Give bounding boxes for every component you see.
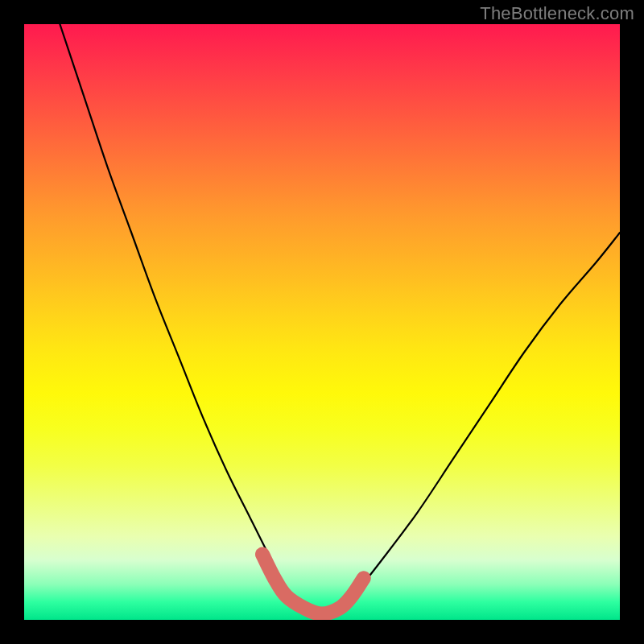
watermark-text: TheBottleneck.com (480, 3, 634, 24)
curve-overlay (24, 24, 620, 620)
plot-area (24, 24, 620, 620)
optimal-region-highlight (262, 555, 364, 614)
chart-frame: TheBottleneck.com (0, 0, 644, 644)
bottleneck-curve (60, 24, 620, 614)
